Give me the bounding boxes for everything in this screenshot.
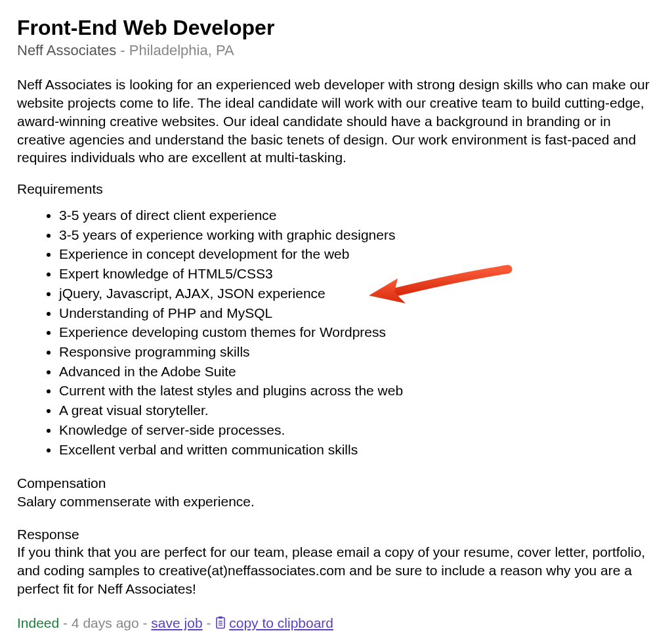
list-item: Experience developing custom themes for … [59, 323, 655, 341]
intro-paragraph: Neff Associates is looking for an experi… [17, 76, 655, 167]
list-item: Excellent verbal and written communicati… [59, 441, 655, 459]
footer-separator: - [63, 615, 68, 630]
response-body: If you think that you are perfect for ou… [17, 543, 655, 598]
footer-separator: - [206, 615, 211, 630]
copy-to-clipboard-link[interactable]: copy to clipboard [229, 615, 333, 630]
requirements-list: 3-5 years of direct client experience 3-… [17, 206, 655, 458]
list-item: 3-5 years of direct client experience [59, 206, 655, 225]
list-item: 3-5 years of experience working with gra… [59, 226, 655, 244]
clipboard-icon [215, 616, 226, 632]
response-heading: Response [17, 525, 655, 544]
job-title: Front-End Web Developer [17, 16, 655, 40]
compensation-body: Salary commenserate with experience. [17, 493, 655, 511]
list-item: Understanding of PHP and MySQL [59, 304, 655, 322]
list-item: Experience in concept development for th… [59, 245, 655, 263]
company-line: Neff Associates - Philadelphia, PA [17, 41, 655, 60]
footer-separator: - [143, 615, 148, 630]
response-block: Response If you think that you are perfe… [17, 525, 655, 598]
list-item: Current with the latest styles and plugi… [59, 382, 655, 400]
company-separator: - [120, 42, 125, 58]
footer-line: Indeed - 4 days ago - save job - copy to… [17, 615, 655, 632]
list-item: Advanced in the Adobe Suite [59, 362, 655, 381]
posting-age: 4 days ago [72, 615, 139, 630]
list-item: A great visual storyteller. [59, 401, 655, 420]
job-posting: Front-End Web Developer Neff Associates … [0, 0, 672, 635]
compensation-heading: Compensation [17, 474, 655, 493]
svg-rect-1 [219, 616, 222, 618]
list-item: jQuery, Javascript, AJAX, JSON experienc… [59, 284, 655, 303]
list-item: Expert knowledge of HTML5/CSS3 [59, 265, 655, 283]
company-name: Neff Associates [17, 42, 116, 58]
save-job-link[interactable]: save job [151, 615, 202, 630]
list-item: Responsive programming skills [59, 343, 655, 361]
list-item: Knowledge of server-side processes. [59, 421, 655, 439]
company-location: Philadelphia, PA [129, 42, 234, 58]
compensation-block: Compensation Salary commenserate with ex… [17, 474, 655, 510]
footer-brand: Indeed [17, 615, 59, 630]
requirements-heading: Requirements [17, 181, 655, 197]
